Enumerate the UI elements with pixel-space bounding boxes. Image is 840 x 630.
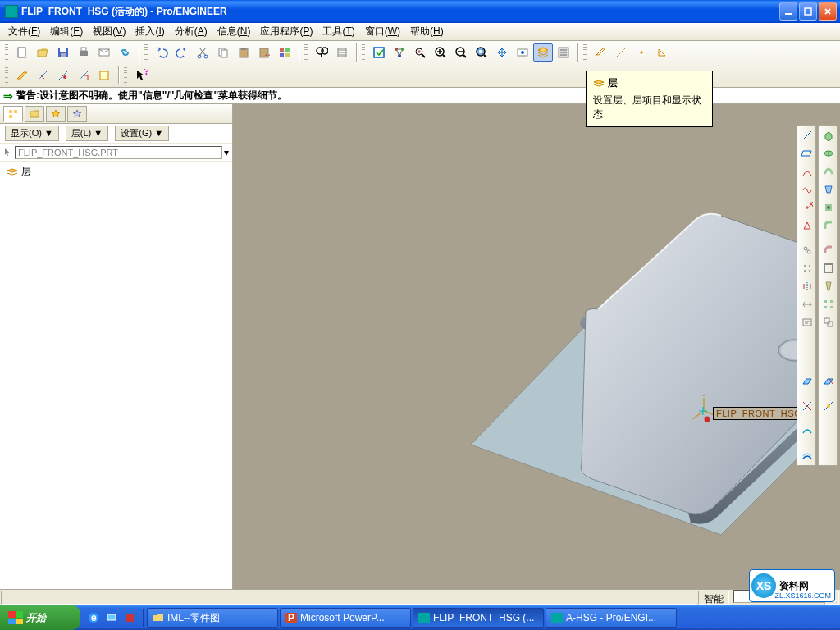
- task-proe-current[interactable]: FLIP_FRONT_HSG (...: [413, 608, 544, 628]
- plane-select-icon[interactable]: [12, 66, 32, 84]
- feat-revolve-icon[interactable]: [820, 145, 837, 162]
- open-icon[interactable]: [33, 43, 52, 62]
- axis-filter1-icon[interactable]: [33, 66, 52, 84]
- layer-state-icon[interactable]: [554, 43, 573, 62]
- sidebar-settings-button[interactable]: 设置(G) ▼: [115, 126, 169, 141]
- tree-root-layer[interactable]: 层: [7, 165, 226, 179]
- tool-pattern-icon[interactable]: [799, 260, 815, 276]
- task-powerpoint[interactable]: PMicrosoft PowerP...: [280, 608, 411, 628]
- datum-csys-icon[interactable]: [652, 43, 672, 62]
- menu-view[interactable]: 视图(V): [88, 23, 130, 40]
- new-icon[interactable]: [12, 43, 32, 62]
- tool-text-icon[interactable]: [799, 296, 815, 313]
- sidebar-tab-tree[interactable]: [3, 106, 23, 122]
- axis-filter2-icon[interactable]: [53, 66, 73, 84]
- redo-icon[interactable]: [172, 43, 192, 62]
- zoom-out-icon[interactable]: [451, 43, 471, 62]
- save-icon[interactable]: [53, 43, 73, 62]
- feat-round-icon[interactable]: [820, 217, 837, 234]
- sidebar-tab-folder[interactable]: [25, 106, 44, 122]
- print-icon[interactable]: [74, 43, 94, 62]
- find-next-icon[interactable]: [332, 43, 352, 62]
- sidebar-tab-settings[interactable]: [67, 106, 87, 122]
- view-mgr-icon[interactable]: [513, 43, 532, 62]
- sketch-arc-icon[interactable]: [799, 163, 815, 180]
- sidebar-show-button[interactable]: 显示(O) ▼: [5, 126, 59, 141]
- surf-trim-icon[interactable]: [799, 398, 815, 414]
- task-folder[interactable]: IML--零件图: [147, 608, 278, 628]
- sidebar-tree[interactable]: 层: [0, 162, 232, 595]
- datum-plane-icon[interactable]: [591, 43, 610, 62]
- maximize-button[interactable]: [799, 2, 817, 21]
- link-icon[interactable]: [115, 43, 135, 62]
- feat-hole-icon[interactable]: [820, 199, 837, 216]
- highlight-icon[interactable]: [94, 66, 114, 84]
- feat-chamfer-icon[interactable]: [820, 242, 837, 258]
- start-button[interactable]: 开始: [0, 605, 80, 630]
- tool-copy-icon[interactable]: [799, 242, 815, 258]
- sketch-point-icon[interactable]: x: [799, 199, 815, 216]
- svg-point-49: [804, 265, 806, 267]
- right-toolbar-col2: [818, 125, 838, 466]
- feat-pattern-icon[interactable]: [820, 296, 837, 313]
- feat-sweep-icon[interactable]: [820, 163, 837, 180]
- menu-file[interactable]: 文件(F): [3, 23, 45, 40]
- ql-ie-icon[interactable]: e: [85, 609, 102, 627]
- feat-extrude-icon[interactable]: [820, 127, 837, 144]
- regen-icon[interactable]: [369, 43, 389, 62]
- datum-point-icon[interactable]: [632, 43, 651, 62]
- relations-icon[interactable]: [390, 43, 409, 62]
- svg-rect-20: [285, 53, 290, 57]
- zoom-fit-icon[interactable]: [472, 43, 491, 62]
- ql-desktop-icon[interactable]: [103, 609, 120, 627]
- help-pointer-icon[interactable]: ?: [131, 66, 151, 84]
- feat-draft-icon[interactable]: [820, 278, 837, 294]
- sketch-csys-icon[interactable]: [799, 217, 815, 234]
- datum-axis-icon[interactable]: [611, 43, 631, 62]
- tool-note-icon[interactable]: [799, 314, 815, 331]
- sidebar-tab-favorites[interactable]: [46, 106, 66, 122]
- feat-shell-icon[interactable]: [820, 260, 837, 276]
- sketch-rect-icon[interactable]: [799, 145, 815, 162]
- surf-offset-icon[interactable]: [799, 447, 815, 463]
- find-icon[interactable]: [312, 43, 331, 62]
- mail-icon[interactable]: [94, 43, 114, 62]
- tool-mirror-icon[interactable]: [799, 278, 815, 294]
- feat-blend-icon[interactable]: [820, 181, 837, 198]
- menu-info[interactable]: 信息(N): [212, 23, 256, 40]
- analysis-draft-icon[interactable]: [820, 398, 837, 414]
- sidebar-layer-button[interactable]: 层(L) ▼: [66, 126, 108, 141]
- feat-copy-icon[interactable]: [820, 314, 837, 331]
- zoom-select-icon[interactable]: [410, 43, 430, 62]
- axis-filter3-icon[interactable]: [74, 66, 94, 84]
- menu-apps[interactable]: 应用程序(P): [255, 23, 317, 40]
- select-icon[interactable]: [275, 43, 294, 62]
- close-button[interactable]: [819, 2, 837, 21]
- menu-insert[interactable]: 插入(I): [130, 23, 169, 40]
- menu-tools[interactable]: 工具(T): [317, 23, 359, 40]
- menu-window[interactable]: 窗口(W): [360, 23, 405, 40]
- minimize-button[interactable]: [779, 2, 797, 21]
- 3d-viewport[interactable]: FLIP_FRONT_HSG: [233, 104, 840, 595]
- sketch-line-icon[interactable]: [799, 127, 815, 144]
- layers-icon[interactable]: [533, 43, 553, 62]
- surf-merge-icon[interactable]: [799, 422, 815, 439]
- surf-extend-icon[interactable]: [799, 373, 815, 390]
- dropdown-icon[interactable]: ▾: [224, 147, 229, 158]
- svg-point-56: [827, 206, 830, 209]
- orient-icon[interactable]: [492, 43, 512, 62]
- ql-app-icon[interactable]: [121, 609, 138, 627]
- copy-icon[interactable]: [213, 43, 233, 62]
- sketch-spline-icon[interactable]: [799, 181, 815, 198]
- menu-edit[interactable]: 编辑(E): [45, 23, 88, 40]
- paste-icon[interactable]: [234, 43, 253, 62]
- menu-analysis[interactable]: 分析(A): [170, 23, 212, 40]
- task-proe-other[interactable]: A-HSG - Pro/ENGI...: [546, 608, 677, 628]
- paste-special-icon[interactable]: …: [254, 43, 274, 62]
- style-icon[interactable]: [820, 373, 837, 390]
- sidebar-path-input[interactable]: [15, 146, 222, 159]
- cut-icon[interactable]: [193, 43, 212, 62]
- menu-help[interactable]: 帮助(H): [405, 23, 449, 40]
- zoom-in-icon[interactable]: [431, 43, 450, 62]
- undo-icon[interactable]: [152, 43, 171, 62]
